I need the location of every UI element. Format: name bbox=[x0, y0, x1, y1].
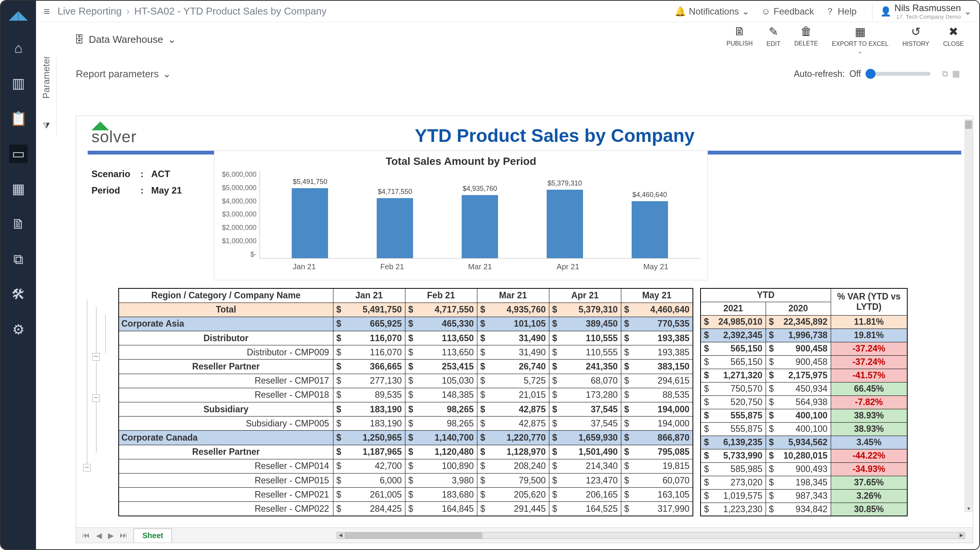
cell: $193,385 bbox=[621, 345, 693, 360]
brand-name: solver bbox=[91, 128, 137, 146]
table-row: Distributor$116,070$113,650$31,490$110,5… bbox=[119, 331, 693, 345]
feedback-button[interactable]: ☺ Feedback bbox=[761, 6, 814, 17]
variance-cell: 37.65% bbox=[831, 476, 907, 489]
edit-button[interactable]: ✎EDIT bbox=[766, 25, 780, 54]
table-row: Reseller Partner$366,665$253,415$26,740$… bbox=[119, 360, 693, 374]
report-body: ▾ ◢◣ solver YTD Product Sales by Company… bbox=[76, 116, 973, 527]
publish-button[interactable]: 🗎PUBLISH bbox=[727, 25, 753, 54]
filter-icon[interactable]: ⧩ bbox=[43, 121, 50, 131]
month-header: Apr 21 bbox=[549, 288, 621, 303]
table-row: $5,733,990$10,280,015-44.22% bbox=[701, 449, 907, 462]
nav-calculator-icon[interactable]: ▦ bbox=[9, 180, 28, 198]
row-label: Reseller - CMP018 bbox=[119, 388, 333, 402]
first-sheet-icon[interactable]: ⏮ bbox=[80, 531, 92, 540]
cell: $194,000 bbox=[621, 417, 693, 431]
nav-clipboard-icon[interactable]: 📋 bbox=[9, 109, 28, 128]
user-menu[interactable]: 👤 Nils Rasmussen 17. Tech Company Demo ⌄ bbox=[872, 3, 972, 20]
delete-button[interactable]: 🗑DELETE bbox=[794, 25, 818, 54]
toolbar-actions: 🗎PUBLISH ✎EDIT 🗑DELETE ▦EXPORT TO EXCEL⌄… bbox=[727, 25, 964, 54]
nav-library-icon[interactable]: ▥ bbox=[9, 74, 28, 93]
ytd-header: YTD bbox=[701, 288, 831, 302]
sales-chart: Total Sales Amount by Period $6,000,000$… bbox=[214, 150, 708, 280]
delete-label: DELETE bbox=[794, 40, 818, 47]
table-row: $273,020$198,34537.65% bbox=[701, 476, 907, 489]
notifications-button[interactable]: 🔔 Notifications ⌄ bbox=[675, 6, 750, 17]
sheet-tab[interactable]: Sheet bbox=[134, 529, 172, 542]
cell: $520,750 bbox=[701, 395, 766, 409]
cell: $565,150 bbox=[701, 355, 766, 369]
chevron-down-icon: ⌄ bbox=[964, 6, 972, 17]
table-corner-header: Region / Category / Company Name bbox=[119, 288, 333, 303]
last-sheet-icon[interactable]: ⏭ bbox=[118, 531, 130, 540]
nav-document-user-icon[interactable]: 🗎 bbox=[9, 215, 28, 233]
table-row: Reseller Partner$1,187,965$1,120,480$1,1… bbox=[119, 445, 693, 459]
auto-refresh-value: Off bbox=[849, 69, 861, 79]
breadcrumb-root[interactable]: Live Reporting bbox=[57, 5, 122, 17]
nav-home-icon[interactable]: ⌂ bbox=[9, 39, 28, 57]
cell: $31,490 bbox=[477, 345, 549, 360]
report-parameters-row: Report parameters ⌄ Auto-refresh: Off ⧉ … bbox=[57, 57, 979, 91]
solver-logo: ◢◣ solver bbox=[91, 122, 137, 146]
cell: $4,717,550 bbox=[405, 303, 477, 317]
user-sub: 17. Tech Company Demo bbox=[895, 13, 961, 20]
next-sheet-icon[interactable]: ▶ bbox=[106, 531, 116, 540]
cell: $26,740 bbox=[477, 360, 549, 374]
report-parameters-dropdown[interactable]: Report parameters ⌄ bbox=[76, 68, 171, 80]
cell: $900,493 bbox=[766, 462, 831, 476]
report-parameters-label: Report parameters bbox=[76, 68, 159, 80]
grid-icon[interactable]: ▦ bbox=[952, 69, 960, 79]
cell: $1,140,700 bbox=[405, 431, 477, 445]
report-canvas: ▾ ◢◣ solver YTD Product Sales by Company… bbox=[76, 116, 973, 543]
prev-sheet-icon[interactable]: ◀ bbox=[94, 531, 104, 540]
toolbar: 🗄 Data Warehouse ⌄ 🗎PUBLISH ✎EDIT 🗑DELET… bbox=[36, 22, 979, 57]
cell: $1,250,965 bbox=[333, 431, 405, 445]
user-icon: 👤 bbox=[880, 6, 892, 17]
auto-refresh-control: Auto-refresh: Off ⧉ ▦ bbox=[794, 69, 960, 79]
variance-cell: 30.85% bbox=[831, 503, 907, 516]
nav-workflow-icon[interactable]: ⧉ bbox=[9, 250, 28, 268]
database-icon: 🗄 bbox=[74, 34, 84, 46]
chart-y-axis: $6,000,000$5,000,000$4,000,000$3,000,000… bbox=[222, 171, 260, 259]
cell: $113,650 bbox=[405, 345, 477, 360]
auto-refresh-label: Auto-refresh: bbox=[794, 69, 845, 79]
nav-report-icon[interactable]: ▭ bbox=[9, 145, 28, 163]
brand-logo-icon: ◢◣ bbox=[9, 8, 28, 22]
main-table: Region / Category / Company NameJan 21Fe… bbox=[118, 288, 693, 516]
help-button[interactable]: ？ Help bbox=[825, 5, 856, 18]
table-row: $750,570$450,93466.45% bbox=[701, 382, 907, 395]
row-label: Reseller - CMP022 bbox=[119, 502, 333, 516]
vertical-scrollbar[interactable]: ▾ bbox=[964, 119, 973, 512]
notifications-label: Notifications bbox=[689, 6, 739, 17]
table-row: Reseller - CMP014$42,700$100,890$208,240… bbox=[119, 459, 693, 473]
cell: $98,265 bbox=[405, 417, 477, 431]
outline-collapse-node[interactable]: − bbox=[92, 353, 100, 361]
outline-collapse-node[interactable]: − bbox=[83, 464, 91, 472]
nav-tools-icon[interactable]: 🛠 bbox=[9, 285, 28, 304]
report-title: YTD Product Sales by Company bbox=[152, 122, 957, 146]
nav-settings-icon[interactable]: ⚙ bbox=[9, 321, 28, 339]
table-row: $555,875$400,10038.93% bbox=[701, 422, 907, 436]
variance-cell: -41.57% bbox=[831, 369, 907, 382]
cell: $116,070 bbox=[333, 345, 405, 360]
export-button[interactable]: ▦EXPORT TO EXCEL⌄ bbox=[832, 25, 889, 54]
variance-cell: 38.93% bbox=[831, 422, 907, 436]
table-row: $585,985$900,493-34.93% bbox=[701, 462, 907, 476]
trash-icon: 🗑 bbox=[800, 25, 812, 38]
feedback-label: Feedback bbox=[774, 6, 814, 17]
cell: $277,130 bbox=[333, 374, 405, 388]
cell: $294,615 bbox=[621, 374, 693, 388]
auto-refresh-toggle[interactable] bbox=[866, 72, 931, 76]
hamburger-icon[interactable]: ≡ bbox=[44, 5, 50, 18]
datasource-picker[interactable]: 🗄 Data Warehouse ⌄ bbox=[74, 34, 176, 46]
publish-label: PUBLISH bbox=[727, 40, 753, 47]
cell: $5,733,990 bbox=[701, 449, 766, 462]
close-button[interactable]: ✖CLOSE bbox=[943, 25, 964, 54]
cell: $88,535 bbox=[621, 388, 693, 402]
cell: $253,415 bbox=[405, 360, 477, 374]
outline-collapse-node[interactable]: − bbox=[92, 394, 100, 402]
parameters-label: Parameters bbox=[41, 51, 52, 99]
history-button[interactable]: ↺HISTORY bbox=[902, 25, 929, 54]
cell: $1,659,930 bbox=[549, 431, 621, 445]
horizontal-scrollbar[interactable]: ◀ ▶ bbox=[336, 532, 965, 539]
popout-icon[interactable]: ⧉ bbox=[942, 69, 948, 79]
